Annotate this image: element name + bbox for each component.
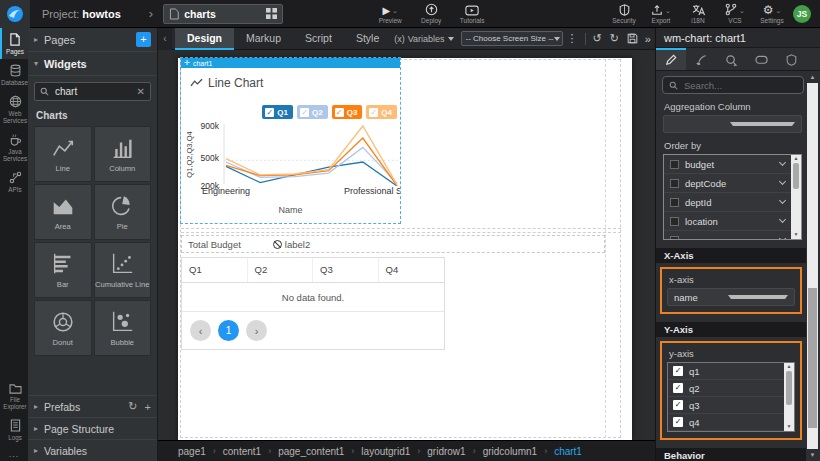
breadcrumb-item-page_content1[interactable]: page_content1: [278, 446, 344, 457]
i18n-button[interactable]: i18N: [683, 0, 713, 28]
y-axis-item-q4[interactable]: ✓q4: [668, 414, 784, 431]
aggregation-column-select[interactable]: [663, 115, 802, 133]
sidebar-item-pages[interactable]: Pages: [0, 28, 28, 59]
scroll-up-icon[interactable]: ▲: [787, 363, 792, 370]
column-header-q3[interactable]: Q3: [313, 258, 379, 282]
widget-tile-line[interactable]: Line: [34, 126, 92, 182]
tab-properties[interactable]: [656, 48, 686, 70]
order-by-item-location[interactable]: location: [664, 212, 791, 231]
legend-item-q1[interactable]: ✓Q1: [262, 105, 293, 119]
undo-icon[interactable]: ↺: [593, 32, 602, 45]
breadcrumb-item-page1[interactable]: page1: [178, 446, 206, 457]
add-page-button[interactable]: +: [136, 32, 151, 47]
tab-events[interactable]: [746, 48, 776, 70]
checked-checkbox[interactable]: ✓: [673, 417, 683, 427]
sidebar-item-logs[interactable]: Logs: [0, 414, 28, 445]
column-header-q4[interactable]: Q4: [379, 258, 445, 282]
scroll-down-icon[interactable]: ▼: [806, 452, 819, 458]
legend-item-q3[interactable]: ✓Q3: [332, 105, 363, 119]
order-by-item-budget[interactable]: budget: [664, 155, 791, 174]
breadcrumb-item-gridcolumn1[interactable]: gridcolumn1: [483, 446, 537, 457]
checked-checkbox[interactable]: ✓: [673, 383, 683, 393]
chevron-down-icon[interactable]: [779, 159, 786, 166]
sidebar-more-button[interactable]: ...: [0, 449, 28, 459]
prev-page-button[interactable]: ‹: [190, 320, 211, 341]
order-by-item-deptCode[interactable]: deptCode: [664, 174, 791, 193]
panel-scrollbar[interactable]: ▲ ▼: [806, 73, 819, 459]
screen-size-select[interactable]: -- Choose Screen Size --: [461, 31, 563, 46]
breadcrumb-item-layoutgrid1[interactable]: layoutgrid1: [361, 446, 410, 457]
user-avatar[interactable]: JS: [793, 5, 811, 23]
section-prefabs[interactable]: ▸Prefabs↻+: [28, 395, 157, 417]
tab-inspect[interactable]: [716, 48, 746, 70]
variables-menu[interactable]: (x) Variables: [394, 34, 453, 44]
property-search[interactable]: [662, 76, 804, 94]
pages-section-header[interactable]: ▸ Pages +: [28, 28, 157, 52]
breadcrumb-item-gridrow1[interactable]: gridrow1: [427, 446, 465, 457]
app-logo[interactable]: [0, 0, 30, 28]
checked-checkbox[interactable]: ✓: [673, 400, 683, 410]
label-row[interactable]: Total Budget label2: [181, 235, 605, 253]
checkbox[interactable]: [670, 217, 679, 226]
column-header-q1[interactable]: Q1: [182, 258, 248, 282]
breadcrumb-item-chart1[interactable]: chart1: [554, 446, 582, 457]
x-axis-select[interactable]: name: [667, 288, 795, 306]
widgets-section-header[interactable]: ▾ Widgets: [28, 52, 157, 76]
y-axis-item-q3[interactable]: ✓q3: [668, 397, 784, 414]
tab-styles[interactable]: [686, 48, 716, 70]
chevron-down-icon[interactable]: [779, 197, 786, 204]
section-variables[interactable]: ▸Variables: [28, 439, 157, 461]
widget-tile-bubble[interactable]: Bubble: [94, 300, 152, 356]
chevron-down-icon[interactable]: [779, 178, 786, 185]
selected-widget-header[interactable]: ✛ chart1: [181, 58, 400, 68]
y-axis-item-q1[interactable]: ✓q1: [668, 363, 784, 380]
label2-widget[interactable]: label2: [273, 239, 310, 250]
order-by-item-name[interactable]: name: [664, 231, 791, 240]
widget-tile-bar[interactable]: Bar: [34, 242, 92, 298]
scroll-up-icon[interactable]: ▲: [806, 74, 819, 80]
save-icon[interactable]: [627, 33, 638, 44]
collapse-left-panel-icon[interactable]: ‹: [158, 28, 172, 50]
sidebar-item-web-services[interactable]: Web Services: [0, 90, 28, 128]
checkbox[interactable]: [670, 198, 679, 207]
widget-search[interactable]: ✕: [34, 82, 151, 101]
legend-item-q4[interactable]: ✓Q4: [366, 105, 397, 119]
sidebar-item-file-explorer[interactable]: File Explorer: [0, 378, 28, 414]
scroll-down-icon[interactable]: ▼: [794, 231, 799, 238]
more-options-kebab-icon[interactable]: ⋮: [567, 32, 578, 45]
export-button[interactable]: ⌄Export: [646, 0, 676, 28]
expand-right-icon[interactable]: »: [645, 33, 651, 45]
redo-icon[interactable]: ↻: [610, 32, 619, 45]
checkbox[interactable]: [670, 236, 679, 241]
scrollbar-thumb[interactable]: [793, 163, 799, 189]
security-button[interactable]: Security: [609, 0, 639, 28]
order-by-item-deptId[interactable]: deptId: [664, 193, 791, 212]
grid-icon[interactable]: [266, 8, 277, 19]
scroll-down-icon[interactable]: ▼: [787, 423, 792, 430]
tab-style[interactable]: Style: [344, 28, 391, 50]
clear-search-icon[interactable]: ✕: [137, 86, 145, 97]
y-axis-scrollbar[interactable]: ▲ ▼: [784, 363, 794, 431]
tab-design[interactable]: Design: [175, 28, 234, 50]
page-preview[interactable]: ✛ chart1 Line Chart ✓Q1✓Q2✓Q3✓Q4 Q1,Q2,Q…: [178, 58, 632, 440]
deploy-button[interactable]: Deploy: [416, 0, 446, 28]
design-canvas[interactable]: ✛ chart1 Line Chart ✓Q1✓Q2✓Q3✓Q4 Q1,Q2,Q…: [158, 50, 655, 440]
vcs-button[interactable]: ⌄VCS: [720, 0, 750, 28]
checkbox[interactable]: [670, 160, 679, 169]
widget-tile-donut[interactable]: Donut: [34, 300, 92, 356]
widget-search-input[interactable]: [53, 85, 133, 98]
preview-button[interactable]: ▶⌄Preview: [375, 0, 405, 28]
widget-tile-area[interactable]: Area: [34, 184, 92, 240]
section-page-structure[interactable]: ▸Page Structure: [28, 417, 157, 439]
legend-item-q2[interactable]: ✓Q2: [297, 105, 328, 119]
widget-tile-column[interactable]: Column: [94, 126, 152, 182]
scroll-up-icon[interactable]: ▲: [794, 155, 799, 162]
chevron-down-icon[interactable]: [779, 235, 786, 240]
line-chart[interactable]: Line Chart ✓Q1✓Q2✓Q3✓Q4 Q1,Q2,Q3,Q4 900k…: [181, 68, 400, 223]
page-switcher[interactable]: charts: [163, 4, 283, 24]
current-page-button[interactable]: 1: [218, 320, 239, 341]
column-header-q2[interactable]: Q2: [248, 258, 314, 282]
checkbox[interactable]: [670, 179, 679, 188]
tab-markup[interactable]: Markup: [234, 28, 293, 50]
data-table[interactable]: Q1Q2Q3Q4 No data found. ‹ 1 ›: [181, 257, 445, 350]
